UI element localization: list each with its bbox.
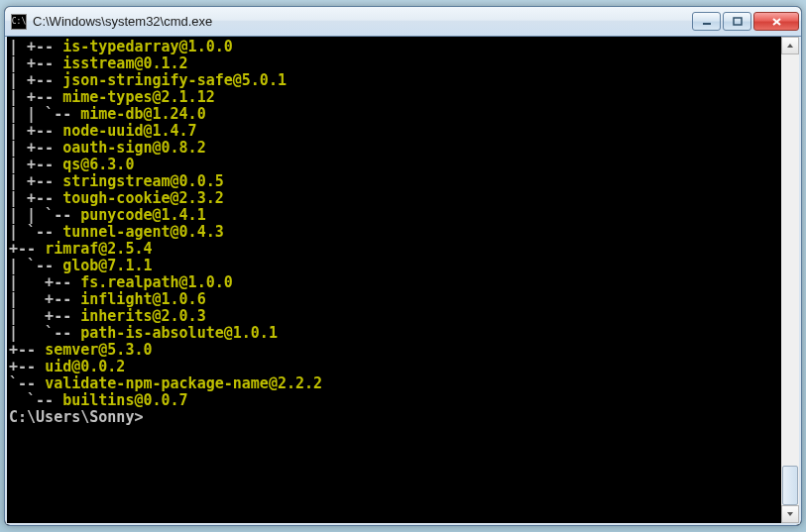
terminal-line: +-- uid@0.0.2 bbox=[9, 359, 777, 375]
terminal-prompt[interactable]: C:\Users\Sonny> bbox=[9, 409, 777, 426]
terminal-line: | +-- mime-types@2.1.12 bbox=[9, 89, 777, 106]
terminal-output[interactable]: | +-- is-typedarray@1.0.0| +-- isstream@… bbox=[7, 37, 781, 523]
cmd-window: C:\ C:\Windows\system32\cmd.exe | +-- is… bbox=[4, 6, 802, 526]
terminal-line: | | `-- mime-db@1.24.0 bbox=[9, 106, 777, 123]
minimize-button[interactable] bbox=[692, 12, 721, 31]
terminal-line: | +-- inflight@1.0.6 bbox=[9, 291, 777, 308]
chevron-down-icon bbox=[786, 511, 794, 517]
terminal-line: | +-- oauth-sign@0.8.2 bbox=[9, 140, 777, 157]
terminal-line: | +-- fs.realpath@1.0.0 bbox=[9, 274, 777, 291]
terminal-line: `-- builtins@0.0.7 bbox=[9, 392, 777, 409]
terminal-line: | `-- glob@7.1.1 bbox=[9, 258, 777, 274]
terminal-line: | +-- is-typedarray@1.0.0 bbox=[9, 39, 777, 55]
terminal-line: | +-- inherits@2.0.3 bbox=[9, 308, 777, 325]
scroll-down-button[interactable] bbox=[781, 505, 799, 523]
terminal-line: `-- validate-npm-package-name@2.2.2 bbox=[9, 375, 777, 392]
scroll-up-button[interactable] bbox=[781, 37, 799, 54]
close-icon bbox=[771, 17, 782, 27]
app-icon: C:\ bbox=[11, 14, 27, 30]
scroll-track[interactable] bbox=[781, 54, 799, 505]
chevron-up-icon bbox=[786, 43, 794, 49]
terminal-line: | `-- tunnel-agent@0.4.3 bbox=[9, 224, 777, 241]
terminal-line: | +-- node-uuid@1.4.7 bbox=[9, 123, 777, 140]
terminal-line: | +-- isstream@0.1.2 bbox=[9, 55, 777, 72]
terminal-line: +-- semver@5.3.0 bbox=[9, 342, 777, 359]
terminal-area: | +-- is-typedarray@1.0.0| +-- isstream@… bbox=[5, 37, 801, 525]
terminal-line: | | `-- punycode@1.4.1 bbox=[9, 207, 777, 224]
scroll-thumb[interactable] bbox=[782, 466, 798, 505]
maximize-icon bbox=[733, 17, 743, 27]
terminal-line: | `-- path-is-absolute@1.0.1 bbox=[9, 325, 777, 342]
minimize-icon bbox=[702, 17, 712, 27]
titlebar[interactable]: C:\ C:\Windows\system32\cmd.exe bbox=[5, 7, 801, 37]
terminal-line: | +-- json-stringify-safe@5.0.1 bbox=[9, 72, 777, 89]
scrollbar[interactable] bbox=[781, 37, 799, 523]
svg-rect-0 bbox=[703, 23, 711, 25]
window-title: C:\Windows\system32\cmd.exe bbox=[33, 14, 692, 29]
close-button[interactable] bbox=[753, 12, 799, 31]
window-controls bbox=[692, 12, 799, 31]
terminal-line: +-- rimraf@2.5.4 bbox=[9, 241, 777, 258]
terminal-line: | +-- qs@6.3.0 bbox=[9, 157, 777, 173]
terminal-line: | +-- stringstream@0.0.5 bbox=[9, 173, 777, 190]
terminal-line: | +-- tough-cookie@2.3.2 bbox=[9, 190, 777, 207]
maximize-button[interactable] bbox=[723, 12, 751, 31]
svg-rect-1 bbox=[734, 18, 742, 25]
